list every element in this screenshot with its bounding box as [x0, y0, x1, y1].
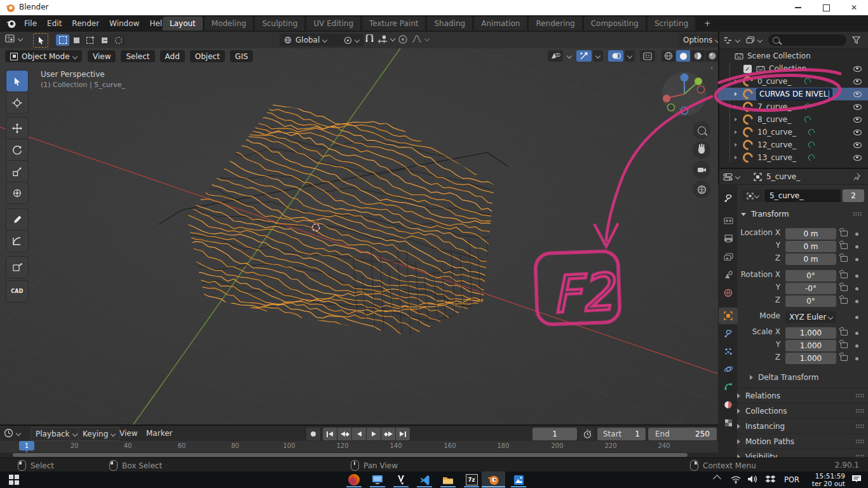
snap-with-dropdown[interactable]: [377, 34, 395, 43]
rotation-y-field[interactable]: -0°: [785, 283, 836, 294]
panel-drag-dots[interactable]: [853, 212, 862, 217]
gizmo-y-neg[interactable]: [668, 104, 675, 111]
outliner-row-renaming[interactable]: CURVAS DE NIVEL: [718, 88, 868, 100]
jump-to-start-button[interactable]: [323, 428, 337, 440]
overlays-toggle[interactable]: [608, 50, 623, 62]
menu-file[interactable]: File: [19, 15, 42, 32]
lock-icon[interactable]: [841, 355, 848, 361]
outliner-row-curve-0[interactable]: 0_curve_: [719, 75, 868, 88]
timeline-scrollbar-track[interactable]: [0, 452, 718, 458]
xray-toggle[interactable]: [640, 50, 655, 62]
curve-label[interactable]: 0_curve_: [757, 77, 791, 86]
taskbar-explorer-icon[interactable]: [437, 472, 459, 487]
options-dropdown[interactable]: Options: [679, 34, 724, 46]
rotation-x-field[interactable]: 0°: [785, 270, 836, 281]
tool-move[interactable]: [6, 118, 28, 139]
animate-dot-icon[interactable]: [855, 258, 858, 261]
pivot-point-dropdown[interactable]: [339, 34, 363, 46]
overlays-dropdown[interactable]: [625, 50, 635, 62]
notification-center-icon[interactable]: [851, 475, 862, 484]
start-button[interactable]: [9, 475, 19, 485]
gizmo-x-axis[interactable]: [663, 95, 670, 102]
object-visibility-dropdown[interactable]: [548, 50, 563, 62]
tab-rendering[interactable]: Rendering: [529, 17, 581, 30]
tab-output[interactable]: [719, 230, 737, 247]
keying-dropdown[interactable]: Keying: [78, 427, 120, 441]
tab-particles[interactable]: [719, 343, 737, 360]
tab-sculpting[interactable]: Sculpting: [255, 17, 304, 30]
rotation-z-field[interactable]: 0°: [785, 295, 836, 307]
eye-icon[interactable]: [853, 117, 862, 123]
zoom-view-button[interactable]: [693, 121, 710, 139]
collection-label[interactable]: Collection: [769, 64, 806, 73]
tool-annotate[interactable]: [6, 209, 28, 230]
transform-panel-header[interactable]: Transform: [741, 210, 789, 219]
expand-arrow-icon[interactable]: [735, 92, 737, 96]
camera-view-button[interactable]: [693, 161, 710, 179]
users-count-badge[interactable]: 2: [843, 189, 864, 202]
curve-label[interactable]: 13_curve_: [757, 153, 796, 162]
gizmo-z-axis[interactable]: [681, 74, 689, 82]
menu-edit[interactable]: Edit: [42, 15, 67, 32]
animate-dot-icon[interactable]: [855, 245, 858, 248]
timeline-ruler[interactable]: 20 40 60 80 100 120 140 160 180 200 220 …: [0, 441, 718, 452]
gizmo-x-neg[interactable]: [698, 86, 705, 93]
tab-object-data[interactable]: [719, 378, 737, 395]
tool-transform[interactable]: [6, 182, 28, 203]
tab-shading[interactable]: Shading: [427, 17, 472, 30]
lock-icon[interactable]: [841, 243, 848, 249]
outliner-row-curve-7[interactable]: 7_curve_: [719, 100, 868, 113]
object-name-field[interactable]: 5_curve_: [764, 189, 841, 202]
animate-dot-icon[interactable]: [855, 274, 858, 278]
animate-dot-icon[interactable]: [855, 357, 858, 360]
scene-collection-label[interactable]: Scene Collection: [747, 51, 811, 60]
frame-start-field[interactable]: Start1: [597, 428, 646, 440]
tool-cad[interactable]: CAD: [6, 281, 28, 302]
play-reverse-button[interactable]: [352, 428, 366, 440]
select-mode-tweak-button[interactable]: [56, 34, 69, 46]
menu-render[interactable]: Render: [67, 15, 104, 32]
expand-arrow-icon[interactable]: [735, 79, 737, 83]
object-id-dropdown[interactable]: [742, 189, 763, 202]
delta-transform-subpanel[interactable]: Delta Transform: [750, 373, 819, 382]
ortho-toggle-button[interactable]: [693, 180, 710, 198]
tab-modifiers[interactable]: [719, 325, 737, 342]
viewport-menu-gis[interactable]: GIS: [230, 50, 253, 62]
expand-arrow-icon[interactable]: [735, 130, 737, 134]
viewport-menu-object[interactable]: Object: [190, 50, 225, 62]
clock[interactable]: 15:51:59 ter 20 out: [806, 472, 845, 487]
outliner-display-mode-dropdown[interactable]: [746, 36, 762, 44]
outliner-row-scene-collection[interactable]: Scene Collection: [719, 50, 868, 62]
taskbar-firefox-icon[interactable]: [343, 472, 365, 487]
outliner-editor-dropdown[interactable]: [723, 36, 740, 44]
eye-icon[interactable]: [853, 66, 862, 72]
tab-object[interactable]: [719, 308, 738, 324]
outliner-row-curve-13[interactable]: 13_curve_: [719, 151, 868, 164]
blender-menu-logo-icon[interactable]: [6, 18, 17, 29]
taskbar-7zip-icon[interactable]: 7z: [461, 472, 482, 487]
expand-arrow-icon[interactable]: [735, 156, 737, 159]
viewport-3d[interactable]: [0, 48, 718, 424]
prev-keyframe-button[interactable]: [337, 428, 351, 440]
tool-select-box[interactable]: [6, 71, 28, 92]
use-preview-range-toggle[interactable]: [580, 428, 595, 440]
curve-label[interactable]: 8_curve_: [757, 115, 791, 124]
taskbar-remote-desktop-icon[interactable]: [367, 472, 388, 487]
viewport-menu-add[interactable]: Add: [160, 50, 185, 62]
gizmos-toggle[interactable]: [576, 50, 592, 62]
maximize-button[interactable]: [812, 0, 840, 15]
tool-rotate[interactable]: [6, 139, 28, 160]
visibility-chevron-icon[interactable]: [567, 53, 572, 58]
tab-render[interactable]: [719, 212, 737, 229]
panel-collections[interactable]: Collections: [737, 403, 868, 419]
tool-cursor[interactable]: [6, 92, 28, 113]
sidebar-collapse-arrow[interactable]: ‹: [710, 64, 713, 72]
tab-world[interactable]: [719, 285, 737, 301]
rotation-mode-select[interactable]: XYZ Euler: [785, 311, 836, 323]
tab-tool[interactable]: [719, 190, 737, 207]
menu-window[interactable]: Window: [104, 15, 144, 32]
select-mode-intersect-button[interactable]: [112, 34, 125, 46]
tab-material[interactable]: [719, 396, 737, 413]
taskbar-photos-icon[interactable]: [508, 472, 529, 487]
minimize-button[interactable]: [784, 0, 812, 15]
